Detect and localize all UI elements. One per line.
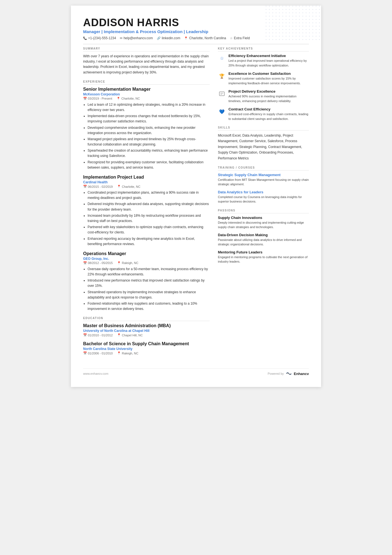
bullet: Managed project pipelines and improved t…: [88, 137, 210, 147]
education-label: EDUCATION: [83, 317, 210, 321]
passion-1: Supply Chain Innovations Deeply interest…: [218, 216, 309, 230]
pin-icon: 📍: [117, 185, 121, 188]
passion-3: Mentoring Future Leaders Engaged in ment…: [218, 250, 309, 264]
bullet: Enhanced reporting accuracy by developin…: [88, 236, 210, 247]
bullet: Coordinated project implementation plans…: [88, 190, 210, 201]
bullet: Fostered relationships with key supplier…: [88, 301, 210, 312]
training-1: Strategic Supply Chain Management Certif…: [218, 173, 309, 187]
footer-brand: Powered by Enhancv: [268, 371, 309, 376]
job-2: Implementation Project Lead Cardinal Hea…: [83, 175, 210, 247]
job-2-bullets: Coordinated project implementation plans…: [83, 190, 210, 247]
achievement-4: 💙 Contract Cost Efficiency Enhanced cost…: [218, 107, 309, 121]
job-1-title: Senior Implementation Manager: [83, 87, 210, 92]
location-icon: 📍: [184, 36, 188, 40]
training-2-desc: Completed course by Coursera on leveragi…: [218, 195, 309, 204]
job-1-date: 📅 03/2019 - Present: [83, 97, 112, 100]
bullet: Increased team productivity by 18% by re…: [88, 213, 210, 224]
bullet: Introduced new performance metrics that …: [88, 278, 210, 288]
achievement-3: Project Delivery Excellence Achieved 90%…: [218, 89, 309, 103]
contact-bar: 📞 +1-(234)-555-1234 ✉ help@enhancv.com 🔗…: [83, 36, 309, 40]
job-3-company: GEO Group, Inc.: [83, 257, 210, 261]
header-divider: [83, 44, 309, 44]
job-2-title: Implementation Project Lead: [83, 175, 210, 180]
brand-name: Enhancv: [294, 372, 309, 376]
job-1: Senior Implementation Manager McKesson C…: [83, 87, 210, 170]
candidate-title: Manager | Implementation & Process Optim…: [83, 29, 309, 34]
edu-1-school: University of North Carolina at Chapel H…: [83, 329, 210, 333]
skills-text: Microsoft Excel, Data Analysis, Leadersh…: [218, 133, 309, 161]
job-2-location: 📍 Charlotte, NC: [117, 185, 140, 188]
bullet: Delivered insights through advanced data…: [88, 201, 210, 212]
experience-label: EXPERIENCE: [83, 80, 210, 85]
bullet: Partnered with key stakeholders to optim…: [88, 225, 210, 235]
summary-label: SUMMARY: [83, 47, 210, 51]
achievement-4-content: Contract Cost Efficiency Enhanced cost-e…: [229, 107, 309, 121]
powered-by-text: Powered by: [268, 372, 284, 375]
contact-extra: ☆ Extra Field: [230, 36, 250, 40]
achievement-2-desc: Improved customer satisfaction scores by…: [229, 76, 309, 85]
phone-icon: 📞: [83, 36, 87, 40]
bullet: Implemented data-driven process changes …: [88, 114, 210, 124]
achievement-3-icon: [218, 90, 226, 98]
contact-email: ✉ help@enhancv.com: [120, 36, 153, 40]
left-column: SUMMARY With over 7 years of experience …: [83, 47, 210, 360]
right-column: KEY ACHIEVEMENTS ☆ Efficiency Enhancemen…: [218, 47, 309, 360]
training-1-title: Strategic Supply Chain Management: [218, 173, 309, 177]
job-3-bullets: Oversaw daily operations for a 50-member…: [83, 267, 210, 312]
job-2-meta: 📅 06/2015 - 02/2019 📍 Charlotte, NC: [83, 185, 210, 188]
achievements-section: KEY ACHIEVEMENTS ☆ Efficiency Enhancemen…: [218, 47, 309, 121]
calendar-icon: 📅: [83, 351, 87, 355]
achievement-3-content: Project Delivery Excellence Achieved 90%…: [229, 89, 309, 103]
edu-2-location: 📍 Raleigh, NC: [117, 351, 138, 355]
contact-location: 📍 Charlotte, North Carolina: [184, 36, 226, 40]
edu-1: Master of Business Administration (MBA) …: [83, 323, 210, 337]
experience-section: EXPERIENCE Senior Implementation Manager…: [83, 80, 210, 312]
job-1-company: McKesson Corporation: [83, 92, 210, 96]
passions-section: PASSIONS Supply Chain Innovations Deeply…: [218, 209, 309, 264]
bullet: Led a team of 12 in optimizing delivery …: [88, 102, 210, 113]
achievement-1-content: Efficiency Enhancement Initiative Led a …: [229, 54, 309, 68]
pin-icon: 📍: [117, 261, 121, 265]
edu-2-school: North Carolina State University: [83, 347, 210, 351]
training-label: TRAINING / COURSES: [218, 166, 309, 171]
edu-2-date: 📅 01/2006 - 01/2010: [83, 351, 113, 355]
pin-icon: 📍: [117, 333, 121, 337]
passion-1-title: Supply Chain Innovations: [218, 216, 309, 220]
training-2-title: Data Analytics for Leaders: [218, 190, 309, 194]
footer-website: www.enhancv.com: [83, 372, 108, 375]
passion-3-title: Mentoring Future Leaders: [218, 250, 309, 254]
email-icon: ✉: [120, 36, 122, 40]
calendar-icon: 📅: [83, 261, 87, 265]
resume-page: ADDISON HARRIS Manager | Implementation …: [71, 6, 321, 387]
achievement-2-content: Excellence in Customer Satisfaction Impr…: [229, 71, 309, 85]
job-3-location: 📍 Raleigh, NC: [117, 261, 138, 265]
passion-1-desc: Deeply interested in discovering and imp…: [218, 220, 309, 230]
skills-label: SKILLS: [218, 126, 309, 130]
edu-2: Bachelor of Science in Supply Chain Mana…: [83, 341, 210, 355]
achievement-1: ☆ Efficiency Enhancement Initiative Led …: [218, 54, 309, 68]
summary-text: With over 7 years of experience in opera…: [83, 54, 210, 75]
summary-section: SUMMARY With over 7 years of experience …: [83, 47, 210, 75]
linkedin-icon: 🔗: [157, 36, 161, 40]
job-1-bullets: Led a team of 12 in optimizing delivery …: [83, 102, 210, 170]
contact-phone: 📞 +1-(234)-555-1234: [83, 36, 116, 40]
passion-3-desc: Engaged in mentoring programs to cultiva…: [218, 255, 309, 264]
contact-linkedin: 🔗 linkedin.com: [157, 36, 180, 40]
calendar-icon: 📅: [83, 333, 87, 337]
passions-label: PASSIONS: [218, 209, 309, 213]
pin-icon: 📍: [117, 351, 121, 355]
job-3-title: Operations Manager: [83, 251, 210, 256]
job-1-meta: 📅 03/2019 - Present 📍 Charlotte, NC: [83, 97, 210, 100]
edu-1-location: 📍 Chapel Hill, NC: [117, 333, 143, 337]
achievement-2: 🏆 Excellence in Customer Satisfaction Im…: [218, 71, 309, 85]
achievement-2-icon: 🏆: [218, 72, 226, 80]
passion-2-title: Data-Driven Decision Making: [218, 233, 309, 237]
achievement-2-title: Excellence in Customer Satisfaction: [229, 71, 309, 76]
achievements-label: KEY ACHIEVEMENTS: [218, 47, 309, 51]
job-2-date: 📅 06/2015 - 02/2019: [83, 185, 113, 188]
passion-2-desc: Passionate about utilizing data analytic…: [218, 238, 309, 247]
bullet: Streamlined operations by implementing i…: [88, 290, 210, 300]
edu-1-meta: 📅 01/2010 - 01/2012 📍 Chapel Hill, NC: [83, 333, 210, 337]
achievement-4-desc: Enhanced cost-efficiency in supply chain…: [229, 112, 309, 121]
training-2: Data Analytics for Leaders Completed cou…: [218, 190, 309, 204]
